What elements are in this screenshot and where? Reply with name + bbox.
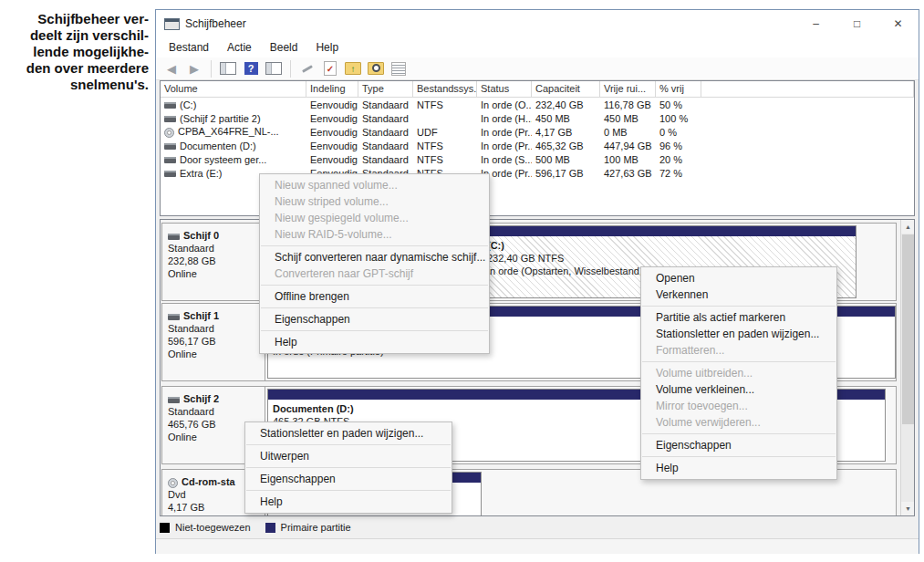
column-header-capaciteit[interactable]: Capaciteit — [532, 81, 600, 97]
column-header-bestandssysteem[interactable]: Bestandssys... — [413, 81, 477, 97]
volume-row-c[interactable]: (C:) EenvoudigStandaard NTFSIn orde (O..… — [161, 98, 914, 111]
maximize-button[interactable]: □ — [836, 10, 877, 37]
cdrom-context-menu: Stationsletter en paden wijzigen... Uitw… — [244, 422, 452, 514]
minimize-button[interactable]: – — [795, 10, 836, 37]
menubar: Bestand Actie Beeld Help — [156, 37, 919, 57]
page: Schijfbeheer ver- deelt zijn verschil- l… — [0, 0, 924, 562]
legend-label-unallocated: Niet-toegewezen — [175, 522, 251, 533]
partition-icon — [164, 102, 176, 109]
column-header-filler — [701, 81, 914, 97]
menu-item-formatteren[interactable]: Formatteren... — [641, 342, 836, 359]
menu-separator — [261, 307, 488, 308]
action-tool-icon[interactable] — [298, 59, 317, 78]
menu-item-verkennen[interactable]: Verkennen — [641, 286, 836, 303]
menu-item-help[interactable]: Help — [260, 334, 489, 350]
menu-item-volume-uitbreiden[interactable]: Volume uitbreiden... — [641, 365, 836, 381]
show-hide-tree-icon[interactable] — [265, 59, 283, 78]
partition-icon — [164, 143, 176, 150]
menu-separator — [261, 285, 488, 286]
menu-item-nieuw-spanned-volume[interactable]: Nieuw spanned volume... — [260, 177, 489, 193]
menu-item-openen[interactable]: Openen — [641, 270, 836, 286]
volume-row-documenten[interactable]: Documenten (D:) EenvoudigStandaard NTFSI… — [161, 139, 914, 152]
disk-icon — [168, 397, 180, 403]
primary-partition-color-swatch — [265, 523, 275, 533]
table-header: Volume Indeling Type Bestandssys... Stat… — [161, 81, 914, 98]
menu-help[interactable]: Help — [306, 41, 348, 54]
volume-context-menu: Openen Verkennen Partitie als actief mar… — [640, 266, 837, 480]
toolbar: ◀ ▶ ? ✓ ↑ — [156, 57, 919, 80]
status-bar — [156, 538, 919, 554]
menu-item-stationsletter[interactable]: Stationsletter en paden wijzigen... — [245, 425, 452, 442]
menu-item-help[interactable]: Help — [641, 460, 836, 476]
check-document-icon[interactable]: ✓ — [321, 59, 339, 78]
titlebar: Schijfbeheer – □ ✕ — [156, 10, 919, 37]
volume-row-systeem[interactable]: Door systeem ger... EenvoudigStandaard N… — [161, 152, 914, 166]
menu-item-eigenschappen[interactable]: Eigenschappen — [245, 471, 452, 487]
volume-row-cpba[interactable]: CPBA_X64FRE_NL-... EenvoudigStandaard UD… — [161, 125, 914, 139]
menu-item-eigenschappen[interactable]: Eigenschappen — [641, 437, 836, 453]
column-header-status[interactable]: Status — [477, 81, 532, 97]
menu-separator — [261, 330, 488, 331]
disk-context-menu: Nieuw spanned volume... Nieuw striped vo… — [259, 173, 490, 354]
menu-separator — [261, 245, 488, 246]
partition-icon — [164, 157, 176, 163]
menu-separator — [642, 433, 836, 434]
close-button[interactable]: ✕ — [877, 10, 919, 37]
forward-icon[interactable]: ▶ — [185, 59, 203, 78]
menu-separator — [246, 467, 451, 468]
window-title: Schijfbeheer — [185, 17, 246, 30]
volume-row-schijf2-partitie2[interactable]: (Schijf 2 partitie 2) EenvoudigStandaard… — [161, 111, 914, 125]
menu-item-converteren-gpt[interactable]: Converteren naar GPT-schijf — [260, 265, 489, 282]
disk-icon — [168, 234, 180, 240]
unallocated-color-swatch — [160, 523, 170, 533]
help-icon[interactable]: ? — [242, 59, 260, 78]
menu-item-nieuw-striped-volume[interactable]: Nieuw striped volume... — [260, 193, 489, 210]
column-header-type[interactable]: Type — [358, 81, 413, 97]
folder-search-icon[interactable] — [367, 59, 385, 78]
menu-actie[interactable]: Actie — [218, 41, 261, 54]
menu-item-volume-verwijderen[interactable]: Volume verwijderen... — [641, 414, 836, 431]
menu-separator — [642, 456, 836, 457]
column-header-pct-vrij[interactable]: % vrij — [656, 81, 701, 97]
menu-separator — [642, 306, 836, 307]
scrollbar-thumb[interactable] — [902, 234, 914, 424]
partition-icon — [164, 171, 176, 177]
back-icon[interactable]: ◀ — [162, 59, 181, 78]
disk-icon — [168, 314, 180, 320]
legend: Niet-toegewezen Primaire partitie — [160, 518, 351, 536]
console-window-icon[interactable] — [219, 59, 237, 78]
folder-up-icon[interactable]: ↑ — [344, 59, 362, 78]
toolbar-separator — [211, 60, 212, 78]
menu-item-converteren-dynamisch[interactable]: Schijf converteren naar dynamische schij… — [260, 249, 489, 265]
menu-item-volume-verkleinen[interactable]: Volume verkleinen... — [641, 381, 836, 398]
toolbar-separator — [290, 60, 291, 78]
cd-icon — [168, 478, 178, 488]
column-header-vrije-ruimte[interactable]: Vrije rui... — [600, 81, 656, 97]
partition-icon — [164, 116, 176, 122]
column-header-indeling[interactable]: Indeling — [306, 81, 358, 97]
menu-item-nieuw-gespiegeld-volume[interactable]: Nieuw gespiegeld volume... — [260, 210, 489, 226]
vertical-scrollbar[interactable]: ▲ ▼ — [900, 220, 914, 515]
menu-bestand[interactable]: Bestand — [160, 41, 218, 54]
menu-separator — [246, 490, 451, 491]
menu-item-mirror-toevoegen[interactable]: Mirror toevoegen... — [641, 398, 836, 414]
disk0-info[interactable]: Schijf 0 Standaard 232,88 GB Online — [162, 224, 265, 300]
menu-item-partitie-actief[interactable]: Partitie als actief markeren — [641, 309, 836, 326]
menu-item-eigenschappen[interactable]: Eigenschappen — [260, 311, 489, 328]
disk1-info[interactable]: Schijf 1 Standaard 596,17 GB Online — [162, 304, 265, 380]
menu-item-help[interactable]: Help — [245, 494, 452, 510]
scroll-up-icon[interactable]: ▲ — [901, 220, 915, 234]
menu-item-nieuw-raid5-volume[interactable]: Nieuw RAID-5-volume... — [260, 226, 489, 243]
column-header-volume[interactable]: Volume — [161, 81, 306, 97]
properties-icon[interactable] — [389, 59, 408, 78]
menu-item-uitwerpen[interactable]: Uitwerpen — [245, 448, 452, 464]
legend-label-primary: Primaire partitie — [281, 522, 351, 533]
menu-separator — [642, 361, 836, 362]
menu-beeld[interactable]: Beeld — [261, 41, 307, 54]
app-icon — [164, 18, 180, 30]
menu-separator — [246, 444, 451, 445]
window-controls: – □ ✕ — [795, 10, 919, 37]
menu-item-stationsletter[interactable]: Stationsletter en paden wijzigen... — [641, 326, 836, 342]
scroll-down-icon[interactable]: ▼ — [901, 502, 915, 515]
menu-item-offline-brengen[interactable]: Offline brengen — [260, 288, 489, 305]
